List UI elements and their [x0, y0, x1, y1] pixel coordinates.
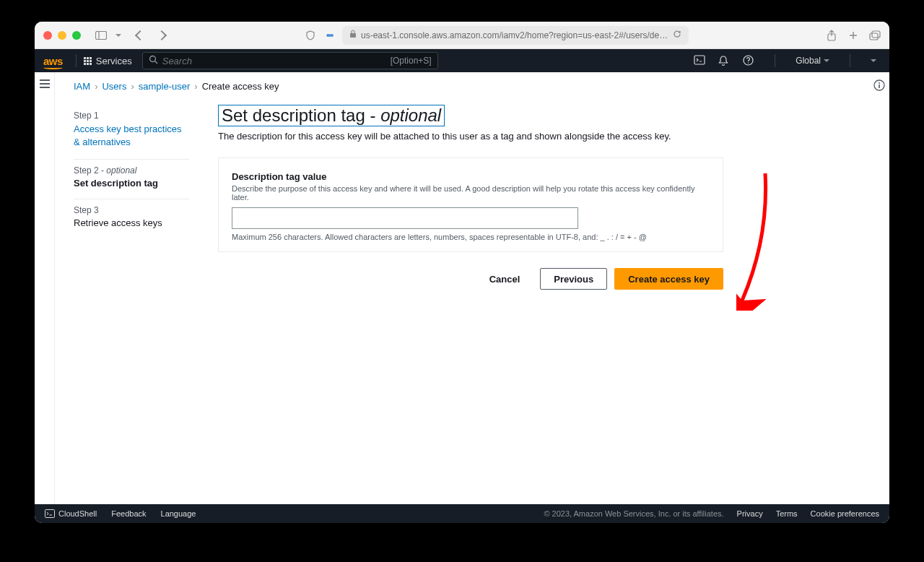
- page-subtitle: The description for this access key will…: [218, 131, 723, 142]
- caret-down-icon: [824, 59, 829, 62]
- step-number: Step 2 - optional: [74, 165, 189, 176]
- field-hint: Describe the purpose of this access key …: [232, 184, 710, 202]
- feedback-link[interactable]: Feedback: [111, 509, 146, 518]
- region-selector[interactable]: Global: [796, 56, 829, 66]
- field-label: Description tag value: [232, 171, 710, 182]
- url-bar[interactable]: us-east-1.console.aws.amazon.com/iamv2/h…: [342, 26, 689, 45]
- svg-rect-4: [870, 33, 878, 40]
- privacy-link[interactable]: Privacy: [737, 509, 763, 518]
- close-window-button[interactable]: [43, 31, 52, 40]
- svg-line-7: [154, 61, 157, 64]
- notifications-icon[interactable]: [718, 55, 730, 66]
- description-input[interactable]: [232, 207, 578, 229]
- search-icon: [149, 55, 158, 66]
- svg-rect-14: [45, 510, 55, 518]
- svg-rect-0: [96, 31, 107, 39]
- breadcrumb: IAM › Users › sample-user › Create acces…: [55, 72, 889, 92]
- action-bar: Cancel Previous Create access key: [218, 268, 723, 290]
- help-icon[interactable]: [743, 55, 754, 66]
- breadcrumb-link[interactable]: IAM: [74, 81, 90, 92]
- create-access-key-button[interactable]: Create access key: [614, 268, 723, 290]
- services-menu[interactable]: Services: [84, 56, 132, 66]
- tabs-icon[interactable]: [869, 30, 881, 41]
- sidebar-toggle-icon[interactable]: [95, 30, 107, 41]
- svg-rect-5: [872, 31, 880, 38]
- step-current: Set description tag: [74, 178, 189, 189]
- svg-rect-8: [694, 56, 705, 64]
- step-link[interactable]: Access key best practices & alternatives: [74, 123, 189, 149]
- reload-icon[interactable]: [673, 30, 681, 40]
- svg-rect-2: [350, 33, 356, 38]
- chevron-right-icon: ›: [131, 81, 134, 92]
- back-button[interactable]: [134, 30, 146, 41]
- svg-point-6: [149, 56, 155, 62]
- shield-icon[interactable]: [305, 30, 316, 41]
- wizard-steps: Step 1 Access key best practices & alter…: [74, 105, 189, 290]
- url-text: us-east-1.console.aws.amazon.com/iamv2/h…: [361, 30, 668, 40]
- svg-point-10: [748, 62, 749, 63]
- previous-button[interactable]: Previous: [540, 268, 607, 290]
- forward-button[interactable]: [156, 30, 167, 41]
- cloudshell-link[interactable]: CloudShell: [45, 509, 97, 518]
- cloudshell-icon[interactable]: [694, 55, 705, 66]
- chevron-right-icon: ›: [95, 81, 97, 92]
- search-shortcut: [Option+S]: [391, 56, 432, 66]
- copyright-text: © 2023, Amazon Web Services, Inc. or its…: [544, 509, 723, 518]
- share-icon[interactable]: [826, 30, 837, 41]
- site-settings-icon[interactable]: •••: [323, 30, 335, 41]
- lock-icon: [349, 30, 357, 40]
- terms-link[interactable]: Terms: [776, 509, 798, 518]
- cancel-button[interactable]: Cancel: [476, 268, 533, 290]
- svg-rect-13: [879, 85, 880, 88]
- account-menu[interactable]: [871, 59, 881, 62]
- breadcrumb-link[interactable]: Users: [102, 81, 126, 92]
- hamburger-icon[interactable]: [40, 79, 50, 88]
- description-card: Description tag value Describe the purpo…: [218, 157, 723, 252]
- page-title: Set description tag - optional: [218, 105, 445, 126]
- breadcrumb-link[interactable]: sample-user: [139, 81, 191, 92]
- step-number: Step 3: [74, 205, 189, 215]
- field-constraint: Maximum 256 characters. Allowed characte…: [232, 233, 710, 241]
- search-input[interactable]: [162, 56, 386, 66]
- chevron-right-icon: ›: [194, 81, 197, 92]
- new-tab-icon[interactable]: [847, 30, 859, 41]
- breadcrumb-current: Create access key: [202, 81, 279, 92]
- aws-logo[interactable]: aws: [43, 55, 63, 67]
- services-grid-icon: [84, 57, 92, 65]
- traffic-lights: [43, 31, 81, 40]
- maximize-window-button[interactable]: [72, 31, 81, 40]
- search-bar[interactable]: [Option+S]: [142, 52, 438, 69]
- caret-down-icon: [871, 59, 876, 62]
- aws-header: aws Services [Option+S] Global: [35, 49, 889, 72]
- svg-point-12: [879, 82, 880, 84]
- minimize-window-button[interactable]: [58, 31, 66, 40]
- dropdown-icon[interactable]: [113, 30, 124, 41]
- language-link[interactable]: Language: [161, 509, 196, 518]
- info-icon[interactable]: [873, 79, 885, 94]
- cookies-link[interactable]: Cookie preferences: [811, 509, 879, 518]
- nav-collapse-rail: [35, 72, 55, 504]
- browser-titlebar: ••• us-east-1.console.aws.amazon.com/iam…: [35, 22, 889, 49]
- step-number: Step 1: [74, 111, 189, 121]
- aws-footer: CloudShell Feedback Language © 2023, Ama…: [35, 504, 889, 523]
- step-label: Retrieve access keys: [74, 217, 189, 228]
